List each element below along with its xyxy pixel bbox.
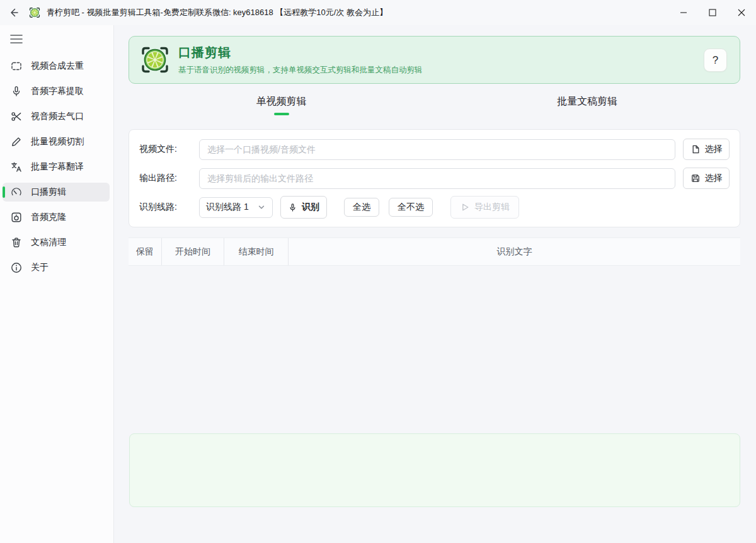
help-button[interactable]: ? <box>704 49 727 72</box>
sidebar-item-label: 关于 <box>31 262 49 273</box>
sidebar-item-label: 音频克隆 <box>31 212 66 223</box>
export-clip-button[interactable]: 导出剪辑 <box>450 196 519 219</box>
video-file-select-button[interactable]: 选择 <box>683 139 730 160</box>
sidebar-item-batch-video-cut[interactable]: 批量视频切割 <box>3 132 110 151</box>
save-icon <box>690 173 701 183</box>
sidebar-item-about[interactable]: 关于 <box>3 258 110 277</box>
sidebar-item-video-merge[interactable]: 视频合成去重 <box>3 57 110 76</box>
output-path-row: 输出路径: 选择 <box>139 168 730 189</box>
select-none-button[interactable]: 全不选 <box>389 198 433 217</box>
info-icon <box>10 261 23 274</box>
select-all-button[interactable]: 全选 <box>344 198 379 217</box>
maximize-icon <box>709 9 716 16</box>
sidebar-item-batch-subtitle-translate[interactable]: 批量字幕翻译 <box>3 157 110 176</box>
play-icon <box>460 202 470 212</box>
lime-viewfinder-icon <box>140 45 169 74</box>
tab-single-video-clip[interactable]: 单视频剪辑 <box>129 91 435 119</box>
speaker-icon <box>10 211 23 224</box>
page-title: 口播剪辑 <box>178 44 423 61</box>
gauge-icon <box>10 186 23 198</box>
recognition-line-select[interactable]: 识别线路 1 <box>199 197 273 218</box>
trash-icon <box>10 236 23 249</box>
film-frame-icon <box>10 60 23 72</box>
maximize-button[interactable] <box>698 0 727 25</box>
file-icon <box>690 144 701 154</box>
microphone-icon <box>10 85 23 98</box>
log-output-panel <box>129 433 740 507</box>
sidebar-item-remove-breath[interactable]: 视音频去气口 <box>3 107 110 126</box>
recognize-button[interactable]: 识别 <box>280 196 327 219</box>
sidebar-item-speech-clip[interactable]: 口播剪辑 <box>3 183 110 202</box>
active-tab-indicator <box>274 113 289 115</box>
tab-batch-script-clip[interactable]: 批量文稿剪辑 <box>435 91 741 119</box>
video-file-row: 视频文件: 选择 <box>139 139 730 160</box>
feature-banner: 口播剪辑 基于语音识别的视频剪辑，支持单视频交互式剪辑和批量文稿自动剪辑 ? <box>129 36 740 84</box>
window-title: 青柠剪吧 - 视频批量剪辑工具箱-免费定制联系微信: key618618 【远程… <box>47 7 387 18</box>
hamburger-icon <box>10 34 23 44</box>
translate-icon <box>10 161 23 173</box>
column-start-time: 开始时间 <box>162 238 224 265</box>
sidebar-item-label: 批量视频切割 <box>31 136 84 147</box>
sidebar: 视频合成去重 音频字幕提取 视音频去气口 批量视频切割 <box>0 25 114 543</box>
sidebar-item-label: 视频合成去重 <box>31 60 84 72</box>
sidebar-item-label: 音频字幕提取 <box>31 86 84 97</box>
recognition-row: 识别线路: 识别线路 1 识别 全选 全不选 <box>139 197 730 218</box>
pencil-icon <box>10 135 23 148</box>
chevron-down-icon <box>257 203 266 212</box>
recognition-line-label: 识别线路: <box>139 202 199 213</box>
output-path-select-button[interactable]: 选择 <box>683 168 730 189</box>
clip-settings-panel: 视频文件: 选择 输出路径: 选择 识别线路: <box>129 129 740 227</box>
video-file-label: 视频文件: <box>139 144 199 155</box>
column-recognized-text: 识别文字 <box>289 238 740 265</box>
sidebar-item-label: 文稿清理 <box>31 237 66 248</box>
main-content: 口播剪辑 基于语音识别的视频剪辑，支持单视频交互式剪辑和批量文稿自动剪辑 ? 单… <box>114 25 756 543</box>
sidebar-item-label: 口播剪辑 <box>31 186 66 198</box>
output-path-label: 输出路径: <box>139 173 199 184</box>
segments-table-header: 保留 开始时间 结束时间 识别文字 <box>129 237 740 266</box>
sidebar-item-audio-subtitle-extract[interactable]: 音频字幕提取 <box>3 82 110 101</box>
sidebar-item-voice-clone[interactable]: 音频克隆 <box>3 208 110 227</box>
close-button[interactable] <box>727 0 756 25</box>
sidebar-item-label: 批量字幕翻译 <box>31 161 84 173</box>
titlebar: 青柠剪吧 - 视频批量剪辑工具箱-免费定制联系微信: key618618 【远程… <box>0 0 756 25</box>
scissors-icon <box>10 110 23 123</box>
back-button[interactable] <box>0 0 28 25</box>
video-file-input[interactable] <box>199 139 675 160</box>
minimize-icon <box>680 9 687 16</box>
active-indicator <box>3 186 5 198</box>
column-end-time: 结束时间 <box>224 238 289 265</box>
sidebar-item-label: 视音频去气口 <box>31 111 84 122</box>
app-logo-icon <box>29 7 40 18</box>
column-keep: 保留 <box>129 238 162 265</box>
back-arrow-icon <box>8 7 20 18</box>
microphone-icon <box>288 203 297 212</box>
output-path-input[interactable] <box>199 168 675 189</box>
sidebar-menu: 视频合成去重 音频字幕提取 视音频去气口 批量视频切割 <box>0 57 113 283</box>
minimize-button[interactable] <box>669 0 698 25</box>
menu-toggle-button[interactable] <box>10 34 23 44</box>
tab-bar: 单视频剪辑 批量文稿剪辑 <box>129 91 740 119</box>
sidebar-item-doc-clean[interactable]: 文稿清理 <box>3 233 110 252</box>
page-subtitle: 基于语音识别的视频剪辑，支持单视频交互式剪辑和批量文稿自动剪辑 <box>178 65 423 76</box>
close-icon <box>738 9 745 16</box>
